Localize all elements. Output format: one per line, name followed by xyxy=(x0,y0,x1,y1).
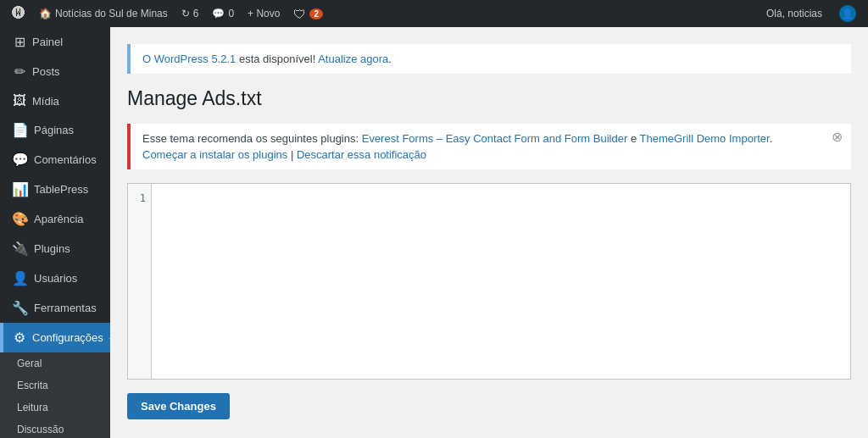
jetpack-item[interactable]: 🛡 2 xyxy=(288,0,328,27)
configuracoes-icon: ⚙ xyxy=(12,330,27,346)
ads-editor: 1 xyxy=(127,183,851,380)
update-notice-available: esta disponível! xyxy=(239,53,318,65)
sidebar-item-aparencia[interactable]: 🎨 Aparência xyxy=(0,204,110,234)
site-name: Notícias do Sul de Minas xyxy=(55,8,168,19)
jetpack-icon: 🛡 xyxy=(293,7,306,21)
sidebar-label-paginas: Páginas xyxy=(34,124,74,136)
update-notice: O WordPress 5.2.1 esta disponível! Atual… xyxy=(127,44,851,74)
comentarios-icon: 💬 xyxy=(12,152,29,168)
updates-icon: ↻ xyxy=(181,8,190,19)
aparencia-icon: 🎨 xyxy=(12,211,29,227)
sidebar-item-comentarios[interactable]: 💬 Comentários xyxy=(0,145,110,175)
plugin-notice: Esse tema recomenda os seguintes plugins… xyxy=(127,124,851,169)
sidebar-item-painel[interactable]: ⊞ Painel xyxy=(0,27,110,57)
plugin-connector: e xyxy=(631,132,640,145)
sidebar-item-paginas[interactable]: 📄 Páginas xyxy=(0,115,110,145)
line-number-1: 1 xyxy=(133,191,146,207)
jetpack-badge: 2 xyxy=(309,8,323,19)
sidebar-subitem-discussao[interactable]: Discussão xyxy=(0,419,110,438)
sidebar-item-tablepress[interactable]: 📊 TablePress xyxy=(0,175,110,204)
sidebar-item-plugins[interactable]: 🔌 Plugins xyxy=(0,234,110,263)
sidebar-label-posts: Posts xyxy=(32,65,60,78)
updates-item[interactable]: ↻ 6 xyxy=(176,0,204,27)
comments-item[interactable]: 💬 0 xyxy=(207,0,239,27)
tablepress-icon: 📊 xyxy=(12,181,29,197)
usuarios-icon: 👤 xyxy=(12,270,29,286)
sidebar-item-posts[interactable]: ✏ Posts xyxy=(0,57,110,86)
dismiss-notice-link[interactable]: Descartar essa notificação xyxy=(297,148,426,161)
new-content-item[interactable]: + Novo xyxy=(242,0,285,27)
admin-bar-right: Olá, noticias 👤 xyxy=(761,0,861,27)
update-count: 6 xyxy=(193,8,199,19)
site-name-item[interactable]: 🏠 Notícias do Sul de Minas xyxy=(34,0,173,27)
main-content: O WordPress 5.2.1 esta disponível! Atual… xyxy=(110,27,868,438)
sidebar-label-aparencia: Aparência xyxy=(34,213,84,225)
close-notice-button[interactable]: ⊗ xyxy=(832,130,843,144)
sidebar-item-midia[interactable]: 🖼 Mídia xyxy=(0,86,110,115)
sidebar-label-painel: Painel xyxy=(32,36,63,48)
plugin1-link[interactable]: Everest Forms – Easy Contact Form and Fo… xyxy=(362,132,628,145)
sidebar-label-tablepress: TablePress xyxy=(34,183,88,196)
plugin-notice-text: Esse tema recomenda os seguintes plugins… xyxy=(142,132,817,145)
sidebar-menu: ⊞ Painel ✏ Posts 🖼 Mídia 📄 Páginas 💬 Com… xyxy=(0,27,110,352)
plugin2-link[interactable]: ThemeGrill Demo Importer xyxy=(640,132,770,145)
sidebar-subitem-escrita[interactable]: Escrita xyxy=(0,374,110,396)
painel-icon: ⊞ xyxy=(12,34,27,50)
ads-textarea[interactable] xyxy=(152,184,850,379)
greeting-text: Olá, noticias xyxy=(766,8,822,19)
notice-separator: | xyxy=(291,148,297,161)
comment-icon: 💬 xyxy=(212,8,225,19)
plugin-notice-intro: Esse tema recomenda os seguintes plugins… xyxy=(142,132,359,145)
posts-icon: ✏ xyxy=(12,64,27,80)
sidebar-label-usuarios: Usuários xyxy=(34,272,77,285)
sidebar-label-ferramentas: Ferramentas xyxy=(34,302,97,314)
admin-bar-left: 🅦 🏠 Notícias do Sul de Minas ↻ 6 💬 0 + N… xyxy=(7,0,761,27)
line-numbers: 1 xyxy=(128,184,152,379)
comment-count: 0 xyxy=(228,8,234,19)
sidebar-label-plugins: Plugins xyxy=(34,242,70,255)
save-changes-button[interactable]: Save Changes xyxy=(127,393,230,419)
sidebar-item-configuracoes[interactable]: ⚙ Configurações ◀ xyxy=(0,323,110,352)
page-title: Manage Ads.txt xyxy=(127,87,851,110)
wp-logo-item[interactable]: 🅦 xyxy=(7,0,31,27)
sidebar-label-comentarios: Comentários xyxy=(34,153,97,166)
user-avatar-item[interactable]: 👤 xyxy=(834,0,861,27)
sidebar-item-usuarios[interactable]: 👤 Usuários xyxy=(0,263,110,293)
admin-bar: 🅦 🏠 Notícias do Sul de Minas ↻ 6 💬 0 + N… xyxy=(0,0,868,27)
ferramentas-icon: 🔧 xyxy=(12,300,29,316)
plugin-notice-links: Começar a instalar os plugins | Descarta… xyxy=(142,148,817,161)
plugins-icon: 🔌 xyxy=(12,241,29,257)
user-icon: 👤 xyxy=(839,5,856,22)
midia-icon: 🖼 xyxy=(12,93,27,108)
paginas-icon: 📄 xyxy=(12,122,29,138)
greeting-item[interactable]: Olá, noticias xyxy=(761,0,827,27)
sidebar-item-ferramentas[interactable]: 🔧 Ferramentas xyxy=(0,293,110,323)
new-label: + Novo xyxy=(248,8,280,19)
main-layout: ⊞ Painel ✏ Posts 🖼 Mídia 📄 Páginas 💬 Com… xyxy=(0,27,868,438)
sidebar-subitem-geral[interactable]: Geral xyxy=(0,352,110,374)
sidebar-label-configuracoes: Configurações xyxy=(32,331,103,344)
update-version-link[interactable]: O WordPress 5.2.1 xyxy=(142,53,236,65)
sidebar-submenu: Geral Escrita Leitura Discussão Mídia Li… xyxy=(0,352,110,438)
home-icon: 🏠 xyxy=(39,8,52,19)
update-notice-text: O WordPress 5.2.1 esta disponível! Atual… xyxy=(142,53,392,65)
sidebar-label-midia: Mídia xyxy=(32,95,59,108)
content-area: O WordPress 5.2.1 esta disponível! Atual… xyxy=(110,27,868,436)
update-now-link[interactable]: Atualize agora xyxy=(318,53,388,65)
sidebar-subitem-leitura[interactable]: Leitura xyxy=(0,396,110,419)
sidebar: ⊞ Painel ✏ Posts 🖼 Mídia 📄 Páginas 💬 Com… xyxy=(0,27,110,438)
wp-logo-icon: 🅦 xyxy=(12,6,25,21)
install-plugins-link[interactable]: Começar a instalar os plugins xyxy=(142,148,287,161)
